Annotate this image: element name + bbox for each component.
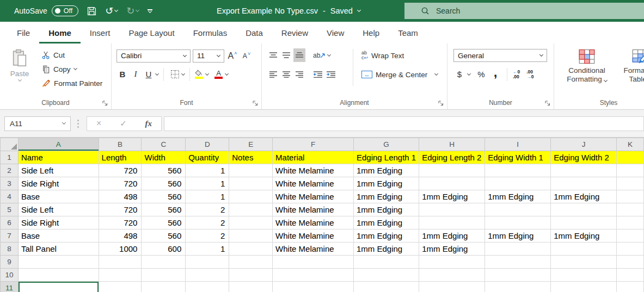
middle-align-button[interactable] [280, 48, 292, 62]
borders-button[interactable] [169, 67, 181, 81]
cell-G11[interactable] [353, 282, 419, 292]
cell-G3[interactable]: 1mm Edging [353, 177, 419, 190]
cell-A9[interactable] [18, 256, 99, 269]
cell-A5[interactable]: Side Left [18, 203, 99, 216]
cell-H6[interactable] [419, 216, 485, 229]
tab-page-layout[interactable]: Page Layout [119, 22, 183, 44]
cell-B1[interactable]: Length [99, 151, 142, 164]
cell-H8[interactable]: 1mm Edging [419, 243, 485, 256]
italic-button[interactable]: I [130, 67, 142, 81]
cell-A4[interactable]: Base [18, 190, 99, 203]
cell-F11[interactable] [273, 282, 354, 292]
cell-B7[interactable]: 498 [99, 229, 142, 243]
cell-K4[interactable] [617, 190, 644, 203]
fill-color-dropdown-icon[interactable] [205, 71, 209, 75]
format-as-table-button[interactable]: Format as Table [618, 49, 644, 84]
cell-I4[interactable]: 1mm Edging [485, 190, 551, 203]
column-header-H[interactable]: H [419, 138, 485, 151]
column-header-D[interactable]: D [186, 138, 229, 151]
tab-home[interactable]: Home [39, 22, 81, 44]
save-button[interactable] [87, 7, 96, 16]
borders-dropdown-icon[interactable] [181, 71, 185, 75]
cell-J10[interactable] [551, 269, 617, 282]
cell-D1[interactable]: Quantity [186, 151, 229, 164]
customize-toolbar-button[interactable] [148, 9, 152, 13]
cell-K10[interactable] [617, 269, 644, 282]
column-header-G[interactable]: G [353, 138, 419, 151]
merge-center-button[interactable]: ↔ Merge & Center [360, 67, 439, 82]
orientation-dropdown-icon[interactable] [327, 52, 331, 56]
row-header-1[interactable]: 1 [1, 151, 19, 164]
cell-C3[interactable]: 560 [142, 177, 186, 190]
cell-E2[interactable] [229, 164, 273, 177]
bottom-align-button[interactable] [293, 48, 305, 62]
cell-K5[interactable] [617, 203, 644, 216]
select-all-corner[interactable] [1, 138, 19, 151]
cell-B3[interactable]: 720 [99, 177, 142, 190]
cell-I5[interactable] [485, 203, 551, 216]
cell-K8[interactable] [617, 243, 644, 256]
font-color-dropdown-icon[interactable] [225, 71, 229, 75]
cell-H2[interactable] [419, 164, 485, 177]
cell-E10[interactable] [229, 269, 273, 282]
cell-A2[interactable]: Side Left [18, 164, 99, 177]
cell-G1[interactable]: Edging Length 1 [353, 151, 419, 164]
cell-F5[interactable]: White Melamine [273, 203, 354, 216]
cell-C8[interactable]: 600 [142, 243, 186, 256]
cell-K3[interactable] [617, 177, 644, 190]
cell-D4[interactable]: 1 [186, 190, 229, 203]
undo-button[interactable]: ↺ [105, 6, 118, 16]
font-color-button[interactable]: A [214, 70, 223, 79]
fill-color-button[interactable] [195, 70, 203, 79]
cell-J6[interactable] [551, 216, 617, 229]
comma-style-button[interactable]: , [489, 67, 501, 81]
selected-cell-A11[interactable] [18, 282, 99, 292]
title-dropdown-icon[interactable] [357, 8, 361, 12]
cell-J3[interactable] [551, 177, 617, 190]
insert-function-icon[interactable]: fx [145, 119, 152, 128]
row-header-2[interactable]: 2 [1, 164, 19, 177]
column-header-C[interactable]: C [142, 138, 186, 151]
clipboard-dialog-launcher[interactable] [102, 101, 108, 106]
cell-F8[interactable]: White Melamine [273, 243, 354, 256]
number-format-select[interactable]: General [453, 49, 547, 62]
cell-F6[interactable]: White Melamine [273, 216, 354, 229]
merge-center-dropdown-icon[interactable] [434, 72, 438, 76]
cell-G5[interactable]: 1mm Edging [353, 203, 419, 216]
row-header-5[interactable]: 5 [1, 203, 19, 216]
enter-icon[interactable]: ✓ [120, 119, 127, 128]
cell-C2[interactable]: 560 [142, 164, 186, 177]
cell-E4[interactable] [229, 190, 273, 203]
cell-J2[interactable] [551, 164, 617, 177]
cell-F4[interactable]: White Melamine [273, 190, 354, 203]
cell-I1[interactable]: Edging Width 1 [485, 151, 551, 164]
cell-E7[interactable] [229, 229, 273, 243]
cell-K7[interactable] [617, 229, 644, 243]
cell-C11[interactable] [142, 282, 186, 292]
font-size-select[interactable]: 11 [193, 49, 224, 63]
cell-I2[interactable] [485, 164, 551, 177]
cell-I8[interactable] [485, 243, 551, 256]
decrease-font-size-button[interactable]: A˅ [241, 49, 253, 63]
cell-C1[interactable]: Width [142, 151, 186, 164]
formula-input[interactable] [164, 116, 644, 131]
cell-H7[interactable]: 1mm Edging [419, 229, 485, 243]
cell-A7[interactable]: Base [18, 229, 99, 243]
undo-dropdown-icon[interactable] [114, 8, 118, 12]
increase-decimal-button[interactable]: ←0.00 [513, 70, 520, 79]
cell-K2[interactable] [617, 164, 644, 177]
cell-B4[interactable]: 498 [99, 190, 142, 203]
cell-A6[interactable]: Side Right [18, 216, 99, 229]
cell-A3[interactable]: Side Right [18, 177, 99, 190]
decrease-indent-button[interactable] [312, 67, 324, 81]
tab-data[interactable]: Data [236, 22, 272, 44]
align-left-button[interactable] [267, 67, 279, 81]
increase-font-size-button[interactable]: A˄ [226, 49, 238, 63]
increase-indent-button[interactable] [325, 67, 337, 81]
row-header-6[interactable]: 6 [1, 216, 19, 229]
tab-help[interactable]: Help [353, 22, 389, 44]
tab-team[interactable]: Team [389, 22, 427, 44]
tab-insert[interactable]: Insert [81, 22, 120, 44]
name-box-dropdown-icon[interactable] [62, 121, 66, 125]
align-right-button[interactable] [293, 67, 305, 81]
